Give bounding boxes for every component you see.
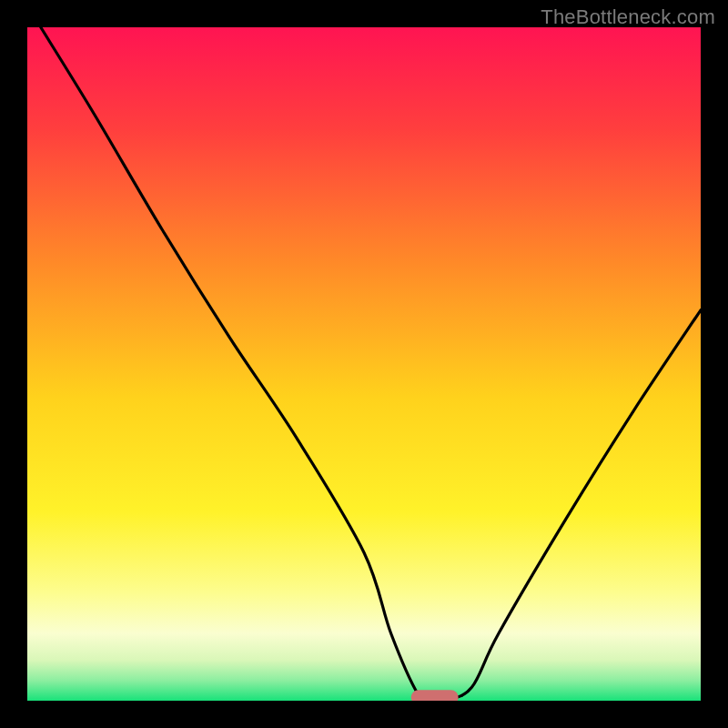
watermark-text: TheBottleneck.com xyxy=(541,5,715,29)
optimal-marker xyxy=(411,690,459,701)
plot-area xyxy=(27,27,701,701)
gradient-background xyxy=(27,27,701,701)
chart-frame: TheBottleneck.com xyxy=(0,0,728,728)
bottleneck-chart xyxy=(27,27,701,701)
